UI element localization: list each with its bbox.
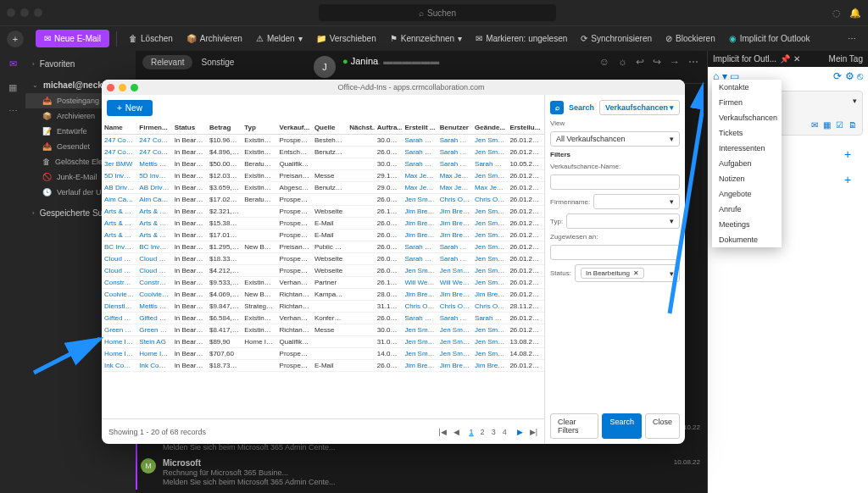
prev-page-icon[interactable]: ◀	[453, 428, 459, 436]
dropdown-item[interactable]: Kontakte	[712, 80, 782, 95]
sync-button[interactable]: ⟳Synchronisieren	[576, 30, 657, 47]
dropdown-item[interactable]: Interessenten	[712, 141, 782, 156]
delete-button[interactable]: 🗑Löschen	[124, 30, 178, 47]
close-button[interactable]: Close	[645, 413, 680, 439]
sun-icon[interactable]: ☼	[618, 56, 627, 68]
column-header[interactable]: Status	[172, 121, 207, 135]
archive-button[interactable]: 📦Archivieren	[181, 30, 248, 47]
dropdown-item[interactable]: Angebote	[712, 186, 782, 202]
dropdown-item[interactable]: Notizen	[712, 171, 782, 186]
next-page-icon[interactable]: ▶	[517, 428, 523, 436]
dropdown-item[interactable]: Anrufe	[712, 202, 782, 217]
column-header[interactable]: Nächst...	[347, 121, 375, 135]
clear-filters-button[interactable]: Clear Filters	[550, 413, 598, 439]
column-header[interactable]: Erstellu...	[507, 121, 544, 135]
lightbulb-icon[interactable]: ◌	[832, 8, 841, 19]
table-row[interactable]: 247 Couri...247 Couri...In Bearbeitun$10…	[102, 135, 544, 147]
dropdown-item[interactable]: Tickets	[712, 125, 782, 141]
column-header[interactable]: Typ	[242, 121, 276, 135]
table-row[interactable]: Cloud Co...Cloud Co...In Bearbeitun$4.21…	[102, 265, 544, 277]
page-number[interactable]: 1	[470, 428, 474, 436]
block-button[interactable]: ⊘Blockieren	[660, 30, 721, 47]
first-page-icon[interactable]: |◀	[438, 428, 446, 436]
window-controls[interactable]	[7, 8, 42, 17]
more-icon[interactable]: ⋯	[688, 56, 698, 68]
column-header[interactable]: Geände...	[472, 121, 507, 135]
table-row[interactable]: BC Invest...BC Invest...In Bearbeitun$1.…	[102, 241, 544, 253]
table-row[interactable]: AB Driver...AB Driver...In Bearbeitun$3.…	[102, 182, 544, 194]
dropdown-item[interactable]: Aufgaben	[712, 156, 782, 171]
close-icon[interactable]: ✕	[793, 54, 800, 64]
table-row[interactable]: 247 Couri...247 Couri...In Bearbeitun$4.…	[102, 147, 544, 158]
table-row[interactable]: Green Tra...Green Tra...In Bearbeitun$8.…	[102, 324, 544, 336]
global-search-input[interactable]: ⌕ Suchen	[319, 4, 556, 21]
table-row[interactable]: Coolview ...Coolview...In Bearbeitun$4.0…	[102, 289, 544, 301]
report-button[interactable]: ⚠Melden▾	[251, 30, 308, 47]
mail-icon[interactable]: ✉	[811, 120, 818, 130]
modal-window-controls[interactable]	[107, 84, 138, 91]
dropdown-item[interactable]: Verkaufschancen	[712, 110, 782, 125]
chevron-down-icon[interactable]: ▾	[853, 97, 857, 105]
forward-icon[interactable]: →	[670, 56, 680, 68]
status-filter-select[interactable]: In Bearbeitung ✕▾	[575, 264, 680, 282]
reply-icon[interactable]: ↩	[636, 56, 644, 68]
table-row[interactable]: Arts & Cr...Arts & Cr...In Bearbeitun$15…	[102, 218, 544, 230]
more-rail-icon[interactable]: ⋯	[5, 103, 20, 119]
name-filter-input[interactable]	[550, 174, 680, 190]
mark-unread-button[interactable]: ✉Markieren: ungelesen	[470, 30, 572, 47]
note-icon[interactable]: 🗎	[849, 120, 857, 130]
dropdown-item[interactable]: Firmen	[712, 95, 782, 110]
email-list-item[interactable]: M Microsoft Rechnung für Microsoft 365 B…	[136, 455, 707, 490]
move-button[interactable]: 📁Verschieben	[311, 30, 381, 47]
column-header[interactable]: Erstellt ...	[402, 121, 437, 135]
favorites-header[interactable]: ›Favoriten	[25, 56, 136, 72]
logout-icon[interactable]: ⎋	[857, 70, 863, 82]
calendar-icon[interactable]: ▦	[823, 120, 831, 130]
implicit-addin-button[interactable]: ◉Implicit for Outlook	[724, 30, 815, 47]
add-button[interactable]: +	[841, 173, 854, 186]
table-row[interactable]: Home Int...Stein AGIn Bearbeitun$89,90Ho…	[102, 336, 544, 348]
table-row[interactable]: Arts & Cr...Arts & Cr...In Bearbeitun$17…	[102, 230, 544, 241]
mail-rail-icon[interactable]: ✉	[5, 56, 20, 71]
new-record-button[interactable]: +New	[107, 100, 153, 116]
table-row[interactable]: Ink Congl...Ink Congl...In Bearbeitun$18…	[102, 360, 544, 372]
refresh-icon[interactable]: ⟳	[833, 70, 842, 82]
reply-all-icon[interactable]: ↪	[653, 56, 661, 68]
column-header[interactable]: Benutzer	[437, 121, 472, 135]
bell-icon[interactable]: 🔔	[849, 8, 861, 19]
dropdown-item[interactable]: Dokumente	[712, 232, 782, 247]
pager[interactable]: |◀ ◀ 1234 ▶ ▶|	[438, 428, 537, 436]
table-row[interactable]: Constrata...Constrata...In Bearbeitun$9.…	[102, 277, 544, 289]
tab-other[interactable]: Sonstige	[196, 54, 239, 70]
view-select[interactable]: All Verkaufschancen▾	[550, 131, 680, 147]
my-tag-label[interactable]: Mein Tag	[829, 54, 863, 64]
new-item-button[interactable]: +	[7, 30, 24, 47]
table-row[interactable]: Dienstleis...Mettis G...In Bearbeitun$9.…	[102, 301, 544, 313]
table-row[interactable]: Aim Capi...Aim Capi...In Bearbeitun$17.0…	[102, 194, 544, 206]
remove-chip-icon[interactable]: ✕	[633, 269, 639, 277]
task-icon[interactable]: ☑	[836, 120, 843, 130]
new-email-button[interactable]: ✉ Neue E-Mail	[36, 30, 109, 47]
last-page-icon[interactable]: ▶|	[530, 428, 537, 436]
tab-relevant[interactable]: Relevant	[142, 55, 192, 69]
pin-icon[interactable]: 📌	[780, 54, 790, 64]
table-row[interactable]: 3er BMWMettis G...In Bearbeitun$50.000,0…	[102, 158, 544, 170]
table-row[interactable]: Home Int...Home Int...In Bearbeitun$707,…	[102, 348, 544, 360]
table-row[interactable]: Gifted H...Gifted H...In Bearbeitun$6.58…	[102, 313, 544, 324]
page-number[interactable]: 2	[481, 428, 485, 436]
calendar-rail-icon[interactable]: ▦	[5, 80, 20, 95]
search-button[interactable]: Search	[602, 413, 642, 439]
column-header[interactable]: Verkauf...	[277, 121, 312, 135]
firm-filter-select[interactable]: ▾	[593, 194, 680, 209]
column-header[interactable]: Name	[102, 121, 136, 135]
column-header[interactable]: Auftra...	[375, 121, 403, 135]
table-row[interactable]: Cloud Co...Cloud Co...In Bearbeitun$18.3…	[102, 253, 544, 265]
type-filter-select[interactable]: ▾	[566, 213, 680, 229]
page-number[interactable]: 4	[503, 428, 507, 436]
column-header[interactable]: Betrag	[207, 121, 242, 135]
table-row[interactable]: 5D Invest...5D Invest...In Bearbeitun$12…	[102, 170, 544, 182]
column-header[interactable]: Firmen...	[136, 121, 171, 135]
smile-icon[interactable]: ☺	[599, 56, 609, 68]
dropdown-item[interactable]: Meetings	[712, 217, 782, 232]
gear-icon[interactable]: ⚙	[845, 70, 854, 82]
